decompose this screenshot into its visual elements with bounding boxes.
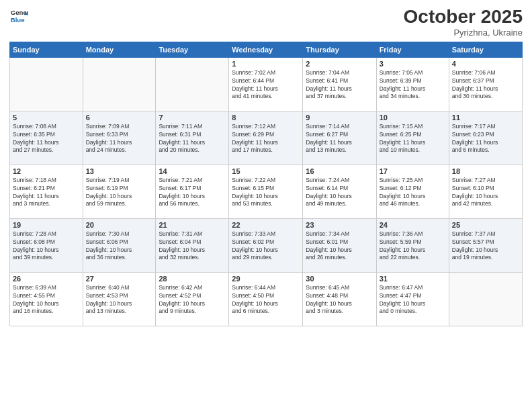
day-number: 24 [380, 221, 446, 229]
day-info: Sunrise: 6:47 AM Sunset: 4:47 PM Dayligh… [380, 284, 446, 316]
day-number: 27 [86, 275, 153, 283]
table-row: 12Sunrise: 7:18 AM Sunset: 6:21 PM Dayli… [10, 165, 83, 218]
day-info: Sunrise: 7:08 AM Sunset: 6:35 PM Dayligh… [13, 123, 80, 155]
day-number: 2 [306, 60, 373, 68]
table-row: 1Sunrise: 7:02 AM Sunset: 6:44 PM Daylig… [229, 57, 303, 111]
day-number: 16 [306, 167, 373, 175]
day-info: Sunrise: 7:17 AM Sunset: 6:23 PM Dayligh… [452, 123, 519, 155]
day-number: 26 [13, 275, 80, 283]
table-row: 8Sunrise: 7:12 AM Sunset: 6:29 PM Daylig… [229, 111, 303, 165]
header-sunday: Sunday [10, 42, 83, 57]
day-number: 14 [159, 167, 226, 175]
table-row: 2Sunrise: 7:04 AM Sunset: 6:41 PM Daylig… [303, 57, 376, 111]
month-title: October 2025 [404, 7, 523, 28]
table-row: 29Sunrise: 6:44 AM Sunset: 4:50 PM Dayli… [229, 272, 303, 326]
day-info: Sunrise: 7:18 AM Sunset: 6:21 PM Dayligh… [13, 177, 80, 209]
day-info: Sunrise: 7:04 AM Sunset: 6:41 PM Dayligh… [306, 69, 373, 101]
day-number: 13 [86, 167, 153, 175]
day-info: Sunrise: 7:27 AM Sunset: 6:10 PM Dayligh… [452, 177, 519, 209]
table-row: 3Sunrise: 7:05 AM Sunset: 6:39 PM Daylig… [376, 57, 449, 111]
day-info: Sunrise: 7:19 AM Sunset: 6:19 PM Dayligh… [86, 177, 153, 209]
calendar-week-row: 5Sunrise: 7:08 AM Sunset: 6:35 PM Daylig… [10, 111, 523, 165]
day-number: 23 [306, 221, 373, 229]
header-saturday: Saturday [449, 42, 522, 57]
table-row: 10Sunrise: 7:15 AM Sunset: 6:25 PM Dayli… [376, 111, 449, 165]
day-number: 12 [13, 167, 80, 175]
table-row: 28Sunrise: 6:42 AM Sunset: 4:52 PM Dayli… [156, 272, 229, 326]
day-info: Sunrise: 7:06 AM Sunset: 6:37 PM Dayligh… [452, 69, 519, 101]
day-number: 9 [306, 113, 373, 122]
calendar-table: Sunday Monday Tuesday Wednesday Thursday… [9, 42, 523, 326]
day-number: 28 [159, 275, 226, 283]
day-info: Sunrise: 7:02 AM Sunset: 6:44 PM Dayligh… [232, 69, 300, 101]
day-number: 5 [13, 113, 80, 122]
table-row: 20Sunrise: 7:30 AM Sunset: 6:06 PM Dayli… [83, 218, 156, 272]
table-row: 26Sunrise: 6:39 AM Sunset: 4:55 PM Dayli… [10, 272, 83, 326]
day-info: Sunrise: 7:37 AM Sunset: 5:57 PM Dayligh… [452, 230, 519, 263]
day-info: Sunrise: 7:14 AM Sunset: 6:27 PM Dayligh… [306, 123, 373, 155]
day-info: Sunrise: 6:39 AM Sunset: 4:55 PM Dayligh… [13, 284, 80, 316]
table-row: 30Sunrise: 6:45 AM Sunset: 4:48 PM Dayli… [303, 272, 376, 326]
header-thursday: Thursday [303, 42, 376, 57]
day-number: 1 [232, 60, 300, 68]
day-info: Sunrise: 7:33 AM Sunset: 6:02 PM Dayligh… [232, 230, 300, 263]
day-info: Sunrise: 6:42 AM Sunset: 4:52 PM Dayligh… [159, 284, 226, 316]
day-number: 17 [380, 167, 446, 175]
table-row [156, 57, 229, 111]
calendar-week-row: 1Sunrise: 7:02 AM Sunset: 6:44 PM Daylig… [10, 57, 523, 111]
day-number: 10 [380, 113, 446, 122]
header-friday: Friday [376, 42, 449, 57]
table-row: 22Sunrise: 7:33 AM Sunset: 6:02 PM Dayli… [229, 218, 303, 272]
calendar-week-row: 19Sunrise: 7:28 AM Sunset: 6:08 PM Dayli… [10, 218, 523, 272]
table-row: 9Sunrise: 7:14 AM Sunset: 6:27 PM Daylig… [303, 111, 376, 165]
day-number: 25 [452, 221, 519, 229]
day-info: Sunrise: 7:25 AM Sunset: 6:12 PM Dayligh… [380, 177, 446, 209]
day-number: 31 [380, 275, 446, 283]
day-info: Sunrise: 7:24 AM Sunset: 6:14 PM Dayligh… [306, 177, 373, 209]
day-number: 30 [306, 275, 373, 283]
table-row: 6Sunrise: 7:09 AM Sunset: 6:33 PM Daylig… [83, 111, 156, 165]
table-row: 11Sunrise: 7:17 AM Sunset: 6:23 PM Dayli… [449, 111, 522, 165]
day-number: 19 [13, 221, 80, 229]
table-row [449, 272, 522, 326]
day-number: 15 [232, 167, 300, 175]
table-row: 18Sunrise: 7:27 AM Sunset: 6:10 PM Dayli… [449, 165, 522, 218]
day-number: 29 [232, 275, 300, 283]
day-info: Sunrise: 6:45 AM Sunset: 4:48 PM Dayligh… [306, 284, 373, 316]
location-subtitle: Pyrizhna, Ukraine [404, 28, 523, 38]
day-number: 18 [452, 167, 519, 175]
day-number: 8 [232, 113, 300, 122]
header-monday: Monday [83, 42, 156, 57]
calendar-header-row: Sunday Monday Tuesday Wednesday Thursday… [10, 42, 523, 57]
table-row: 27Sunrise: 6:40 AM Sunset: 4:53 PM Dayli… [83, 272, 156, 326]
day-number: 3 [380, 60, 446, 68]
day-info: Sunrise: 7:30 AM Sunset: 6:06 PM Dayligh… [86, 230, 153, 263]
table-row: 23Sunrise: 7:34 AM Sunset: 6:01 PM Dayli… [303, 218, 376, 272]
table-row: 31Sunrise: 6:47 AM Sunset: 4:47 PM Dayli… [376, 272, 449, 326]
table-row: 13Sunrise: 7:19 AM Sunset: 6:19 PM Dayli… [83, 165, 156, 218]
table-row: 24Sunrise: 7:36 AM Sunset: 5:59 PM Dayli… [376, 218, 449, 272]
day-number: 7 [159, 113, 226, 122]
day-number: 6 [86, 113, 153, 122]
calendar-week-row: 26Sunrise: 6:39 AM Sunset: 4:55 PM Dayli… [10, 272, 523, 326]
header-tuesday: Tuesday [156, 42, 229, 57]
table-row: 7Sunrise: 7:11 AM Sunset: 6:31 PM Daylig… [156, 111, 229, 165]
day-info: Sunrise: 7:36 AM Sunset: 5:59 PM Dayligh… [380, 230, 446, 263]
calendar-week-row: 12Sunrise: 7:18 AM Sunset: 6:21 PM Dayli… [10, 165, 523, 218]
day-info: Sunrise: 7:22 AM Sunset: 6:15 PM Dayligh… [232, 177, 300, 209]
svg-text:Blue: Blue [11, 16, 25, 24]
day-info: Sunrise: 7:12 AM Sunset: 6:29 PM Dayligh… [232, 123, 300, 155]
logo-icon: General Blue [9, 7, 28, 26]
day-number: 4 [452, 60, 519, 68]
day-number: 21 [159, 221, 226, 229]
table-row [10, 57, 83, 111]
day-number: 22 [232, 221, 300, 229]
table-row: 14Sunrise: 7:21 AM Sunset: 6:17 PM Dayli… [156, 165, 229, 218]
table-row: 15Sunrise: 7:22 AM Sunset: 6:15 PM Dayli… [229, 165, 303, 218]
day-info: Sunrise: 7:11 AM Sunset: 6:31 PM Dayligh… [159, 123, 226, 155]
table-row: 5Sunrise: 7:08 AM Sunset: 6:35 PM Daylig… [10, 111, 83, 165]
day-info: Sunrise: 6:40 AM Sunset: 4:53 PM Dayligh… [86, 284, 153, 316]
table-row [83, 57, 156, 111]
day-info: Sunrise: 7:05 AM Sunset: 6:39 PM Dayligh… [380, 69, 446, 101]
header-wednesday: Wednesday [229, 42, 303, 57]
